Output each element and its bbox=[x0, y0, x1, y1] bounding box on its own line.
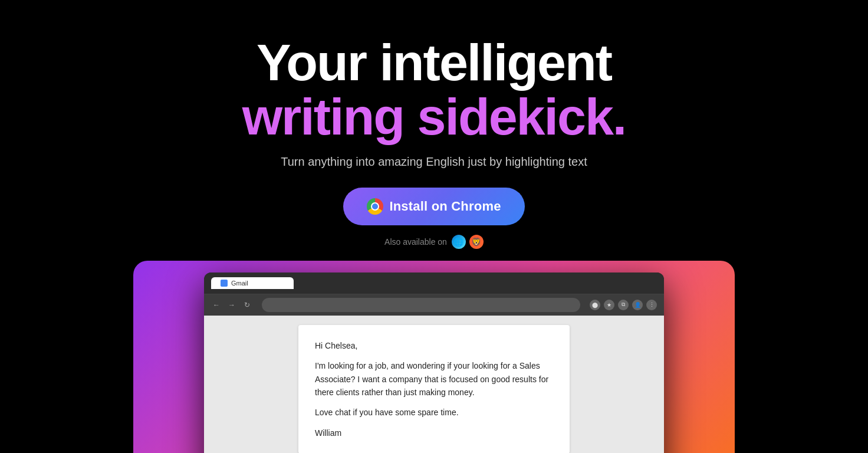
profile-icon[interactable]: 👤 bbox=[632, 300, 643, 310]
email-body: Hi Chelsea, I'm looking for a job, and w… bbox=[315, 339, 553, 439]
browser-wrapper: Gmail ← → ↻ ⬤ ★ ⧉ 👤 ⋮ bbox=[180, 273, 688, 453]
browser-tab: Gmail bbox=[211, 277, 294, 289]
browser-titlebar: Gmail bbox=[204, 273, 664, 294]
browser-icons: 🌐 🦁 bbox=[452, 235, 484, 249]
email-body2: Love chat if you have some spare time. bbox=[315, 406, 553, 419]
headline-line1: Your intelligent bbox=[242, 35, 626, 90]
edge-icon: 🌐 bbox=[452, 235, 466, 249]
install-chrome-button[interactable]: Install on Chrome bbox=[343, 188, 524, 225]
refresh-button[interactable]: ↻ bbox=[242, 300, 252, 310]
also-available-row: Also available on 🌐 🦁 bbox=[384, 235, 484, 249]
headline-line2: writing sidekick. bbox=[242, 90, 626, 144]
browser-frame: Gmail ← → ↻ ⬤ ★ ⧉ 👤 ⋮ bbox=[204, 273, 664, 453]
email-greeting: Hi Chelsea, bbox=[315, 339, 553, 352]
browser-toolbar: ← → ↻ ⬤ ★ ⧉ 👤 ⋮ bbox=[204, 294, 664, 316]
hero-section: Your intelligent writing sidekick. Turn … bbox=[0, 0, 868, 453]
subtitle: Turn anything into amazing English just … bbox=[281, 155, 587, 169]
email-signature: William bbox=[315, 426, 553, 439]
cta-label: Install on Chrome bbox=[389, 199, 501, 214]
main-headline: Your intelligent writing sidekick. bbox=[242, 35, 626, 145]
extensions-icon[interactable]: ⬤ bbox=[590, 300, 600, 310]
copy-icon[interactable]: ⧉ bbox=[618, 300, 629, 310]
email-body1: I'm looking for a job, and wondering if … bbox=[315, 359, 553, 399]
back-button[interactable]: ← bbox=[211, 300, 222, 310]
menu-icon[interactable]: ⋮ bbox=[646, 300, 657, 310]
forward-button[interactable]: → bbox=[226, 300, 237, 310]
address-bar[interactable] bbox=[262, 298, 580, 312]
tab-title: Gmail bbox=[231, 280, 248, 287]
tab-favicon bbox=[221, 280, 228, 287]
email-card: Hi Chelsea, I'm looking for a job, and w… bbox=[298, 325, 570, 453]
brave-icon: 🦁 bbox=[469, 235, 484, 249]
browser-content: Hi Chelsea, I'm looking for a job, and w… bbox=[204, 316, 664, 453]
puzzle-icon[interactable]: ★ bbox=[604, 300, 614, 310]
also-available-text: Also available on bbox=[384, 237, 447, 247]
chrome-icon bbox=[367, 198, 383, 215]
toolbar-actions: ⬤ ★ ⧉ 👤 ⋮ bbox=[590, 300, 657, 310]
